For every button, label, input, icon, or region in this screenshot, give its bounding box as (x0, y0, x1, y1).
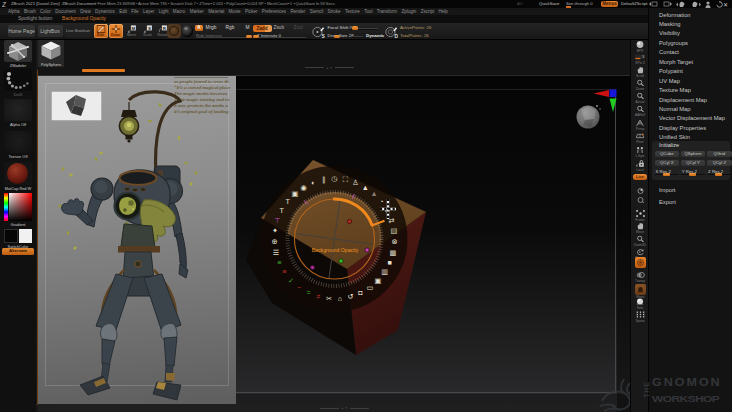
spotlight-tool-icon-33[interactable]: ◐ (311, 178, 315, 187)
spotlight-tool-icon-18[interactable]: ✂ (326, 294, 332, 303)
palette-section-polypaint[interactable]: Polypaint (659, 68, 683, 74)
init-qcyl-x[interactable]: QCyl X (655, 160, 680, 167)
init-slider-y-res[interactable]: Y Res 2 (681, 169, 705, 176)
spotlight-tool-icon-31[interactable]: ▣ (292, 189, 299, 198)
menu-draw[interactable]: Draw (80, 9, 91, 14)
menu-help[interactable]: Help (439, 9, 448, 14)
zsub-button[interactable]: Zsub (274, 25, 285, 30)
palette-section-morph-target[interactable]: Morph Target (659, 59, 693, 65)
rshelf-scroll-button[interactable]: Scroll (631, 66, 649, 78)
spotlight-tool-icon-20[interactable]: = (306, 288, 310, 297)
spotlight-tool-icon-22[interactable]: ✓ (288, 276, 294, 285)
m-button[interactable]: M (246, 25, 250, 30)
spotlight-tool-icon-30[interactable]: T (285, 197, 290, 206)
mrgb-button[interactable]: Mrgb (206, 25, 217, 30)
rshelf-zoom3d-button[interactable]: Zoom3D (631, 235, 649, 247)
spotlight-tool-icon-2[interactable]: ♙ (352, 178, 358, 187)
rshelf-spix-3-button[interactable]: 3SPix 3 (631, 53, 649, 65)
rshelf-l-sym-button[interactable]: L.Sym (631, 146, 649, 158)
spotlight-tool-icon-32[interactable]: ◉ (301, 183, 307, 192)
rshelf-live-button[interactable]: Live (631, 174, 649, 180)
menu-document[interactable]: Document (55, 9, 76, 14)
spotlight-tool-icon-19[interactable]: ≠ (317, 292, 321, 301)
spotlight-tool-icon-24[interactable]: ≡ (277, 258, 281, 267)
lightbox-button[interactable]: LightBox (38, 25, 63, 37)
draw-button[interactable]: Draw (109, 24, 123, 38)
left-tray-toggle-icon[interactable] (676, 1, 686, 8)
spotlight-tool-icon-16[interactable]: ↺ (347, 292, 353, 301)
spotlight-tool-icon-15[interactable]: ◘ (358, 288, 362, 297)
edit-button[interactable]: Edit (94, 24, 108, 38)
menu-picker[interactable]: Picker (245, 9, 258, 14)
menu-material[interactable]: Material (208, 9, 224, 14)
menu-stroke[interactable]: Stroke (328, 9, 341, 14)
color-picker[interactable] (4, 193, 32, 221)
menu-movie[interactable]: Movie (229, 9, 241, 14)
init-qgrid[interactable]: QGrid (707, 151, 732, 158)
alternate-button[interactable]: Alternate (2, 248, 34, 255)
spotlight-tool-icon-7[interactable]: ⇄ (389, 216, 395, 225)
spotlight-tool-icon-3[interactable]: ▲ (362, 183, 369, 192)
next-doc-icon[interactable] (663, 1, 672, 7)
palette-section-masking[interactable]: Masking (659, 21, 681, 27)
spotlight-tool-icon-14[interactable]: ▭ (366, 283, 373, 292)
menu-macro[interactable]: Macro (173, 9, 186, 14)
focal-shift-slider[interactable]: Focal Shift 0 (328, 25, 352, 30)
dynamic-mode-button[interactable]: Dynamic (366, 33, 384, 38)
spotlight-tool-icon-5[interactable]: ◔ (379, 197, 383, 206)
draw-size-handle[interactable] (334, 35, 340, 38)
spotlight-tool-icon-27[interactable]: ✦ (272, 226, 278, 235)
main-color-swatch[interactable] (4, 229, 18, 243)
hue-strip[interactable] (4, 193, 8, 221)
spotlight-tool-icon-13[interactable]: ▣ (375, 276, 382, 285)
rshelf-frame-button[interactable]: Frame (631, 209, 649, 222)
palette-section-displacement-map[interactable]: Displacement Map (659, 97, 707, 103)
spotlight-tool-icon-26[interactable]: ⊕ (272, 237, 278, 246)
lightbox-divider-bar[interactable] (82, 69, 125, 72)
rshelf-zoom-button[interactable]: Zoom (631, 79, 649, 91)
menu-color[interactable]: Color (40, 9, 51, 14)
dynamic-draw-size-button[interactable]: D (385, 25, 398, 38)
rshelf-floor-button[interactable]: Floor (631, 132, 649, 144)
palette-section-uv-map[interactable]: UV Map (659, 78, 680, 84)
spotlight-tool-icon-23[interactable]: ≡ (282, 267, 286, 276)
menu-tool[interactable]: Tool (364, 9, 372, 14)
menu-render[interactable]: Render (291, 9, 306, 14)
init-qcube[interactable]: QCube (655, 151, 680, 158)
spotlight-tool-icon-28[interactable]: ⊤ (274, 216, 280, 225)
rshelf-polyf-button[interactable] (631, 257, 649, 268)
rshelf-move-button[interactable]: Move (631, 222, 649, 234)
palette-section-deformation[interactable]: Deformation (659, 12, 691, 18)
menu-preferences[interactable]: Preferences (262, 9, 286, 14)
texture-button[interactable] (4, 131, 32, 153)
rshelf-actual-button[interactable]: Actual (631, 92, 649, 104)
menu-texture[interactable]: Texture (345, 9, 360, 14)
document-viewport[interactable]: as people feared to cross th“It’s a curs… (38, 75, 630, 412)
bottom-tray-handle[interactable]: ▲▼ (320, 406, 369, 410)
spotlight-tool-icon-1[interactable]: ⛶ (343, 175, 348, 184)
quicksave-button[interactable]: QuickSave (539, 1, 559, 6)
menu-stencil[interactable]: Stencil (310, 9, 324, 14)
rgb-button[interactable]: Rgb (226, 25, 235, 30)
brush-preview[interactable] (167, 24, 181, 38)
red-pin-dot[interactable] (347, 219, 351, 223)
init-slider-x-res[interactable]: X Res 2 (655, 169, 679, 176)
rshelf-orb2-button[interactable] (631, 196, 649, 204)
spotlight-tool-icon-11[interactable]: ■ (388, 258, 392, 267)
menu-light[interactable]: Light (159, 9, 169, 14)
menu-layer[interactable]: Layer (143, 9, 154, 14)
rshelf-xpose-button[interactable]: Xpose (631, 310, 649, 323)
scale-button[interactable]: S Scale (141, 24, 155, 38)
prev-doc-icon[interactable] (649, 1, 658, 7)
zadd-button[interactable]: Zadd (253, 25, 272, 32)
init-qsphere[interactable]: QSphere (681, 151, 706, 158)
menus-button[interactable]: Menus (601, 1, 618, 7)
top-tray-handle[interactable]: ▲▼ (305, 66, 354, 70)
spotlight-tool-icon-4[interactable]: ▲ (370, 189, 377, 198)
spotlight-tool-icon-34[interactable]: ∥ (322, 175, 326, 184)
sculptris-pro-button[interactable]: S (312, 25, 325, 38)
menu-marker[interactable]: Marker (190, 9, 204, 14)
spotlight-tool-icon-10[interactable]: ▦ (390, 248, 397, 257)
secondary-color-swatch[interactable] (19, 229, 33, 243)
rshelf-aahalf-button[interactable]: AAHalf (631, 105, 649, 117)
